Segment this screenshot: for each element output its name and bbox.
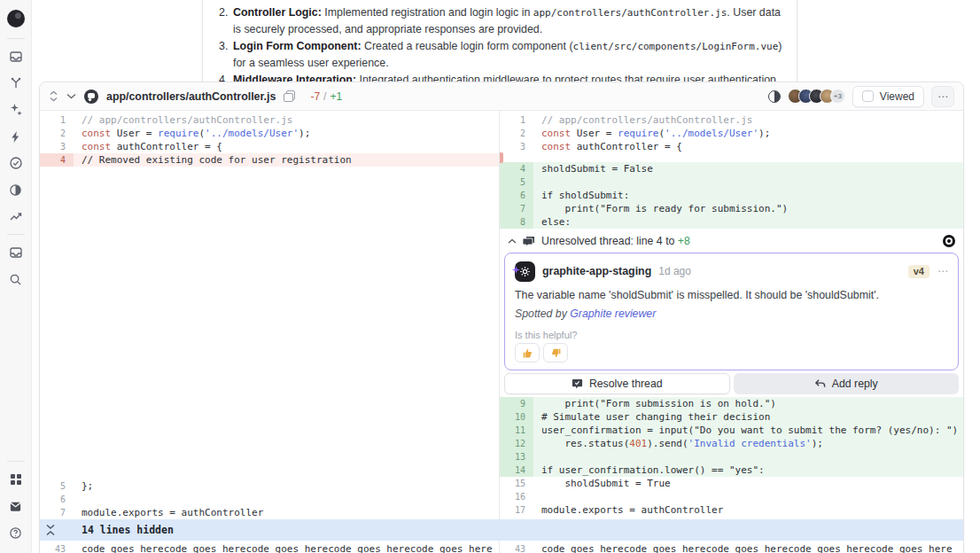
line-number[interactable]: 9 — [500, 397, 533, 410]
code-line[interactable]: 14if user_confirmation.lower() == "yes": — [500, 463, 963, 477]
code-text: sholdSubmit = True — [533, 477, 963, 490]
code-line[interactable]: 11user_confirmation = input("Do you want… — [500, 424, 963, 437]
reviewer-avatars[interactable]: +3 — [788, 89, 845, 104]
feedback-mail-icon[interactable] — [5, 495, 27, 517]
code-line[interactable]: 43code goes herecode goes herecode goes … — [500, 542, 963, 553]
file-more-button[interactable]: ⋯ — [931, 86, 954, 107]
code-line[interactable]: 43code goes herecode goes herecode goes … — [40, 542, 499, 553]
graphite-logo-icon[interactable] — [5, 10, 27, 31]
line-number[interactable]: 12 — [500, 437, 533, 450]
avatar-overflow-badge[interactable]: +3 — [830, 89, 845, 104]
code-text: code goes herecode goes herecode goes he… — [533, 542, 963, 553]
line-number[interactable]: 6 — [40, 493, 74, 506]
code-line[interactable]: 1// app/controllers/authController.js — [40, 113, 499, 127]
merge-queue-icon[interactable] — [5, 73, 27, 94]
diff-card: app/controllers/authController.js -7 / +… — [39, 82, 964, 553]
drag-handle-icon[interactable] — [49, 90, 58, 102]
comment-author[interactable]: graphite-app-staging — [542, 265, 651, 277]
line-number[interactable]: 4 — [40, 153, 74, 167]
code-line[interactable]: 9 print("Form submission is on hold.") — [500, 397, 963, 410]
insights-trend-icon[interactable] — [5, 206, 27, 227]
automations-bolt-icon[interactable] — [5, 126, 27, 147]
expand-down-icon[interactable] — [46, 524, 55, 530]
code-line[interactable]: 2const User = require('../models/User'); — [40, 127, 499, 140]
code-line[interactable]: 17module.exports = authController — [500, 503, 963, 517]
code-line[interactable]: 6 — [40, 493, 499, 506]
split-view-toggle-icon[interactable] — [768, 90, 781, 103]
line-number[interactable]: 3 — [40, 140, 74, 153]
code-line[interactable]: 1// app/controllers/authController.js — [500, 113, 963, 127]
line-number[interactable]: 7 — [40, 506, 74, 519]
thumbs-down-button[interactable] — [543, 343, 568, 362]
graphite-comment-icon[interactable] — [84, 90, 98, 104]
sidebar-divider — [7, 461, 25, 462]
graphite-reviewer-link[interactable]: Graphite reviewer — [570, 308, 656, 320]
line-number[interactable]: 2 — [500, 127, 533, 140]
line-number[interactable]: 6 — [500, 189, 533, 202]
comment-more-button[interactable]: ⋯ — [937, 265, 948, 277]
line-number[interactable]: 15 — [500, 477, 533, 490]
unresolved-status-icon[interactable] — [943, 235, 955, 247]
line-number[interactable]: 4 — [500, 162, 533, 175]
coverage-half-circle-icon[interactable] — [5, 179, 27, 200]
code-line[interactable]: 5}; — [40, 479, 499, 493]
expand-up-icon[interactable] — [46, 530, 55, 536]
code-line[interactable]: 2const User = require('../models/User'); — [500, 127, 963, 140]
ai-sparkles-icon[interactable] — [5, 99, 27, 121]
code-line[interactable]: 7 print("Form is ready for submission.") — [500, 202, 963, 215]
help-icon[interactable] — [5, 522, 27, 543]
line-number[interactable]: 10 — [500, 410, 533, 424]
inbox-secondary-icon[interactable] — [5, 242, 27, 263]
code-line[interactable]: 8else: — [500, 215, 963, 229]
apps-grid-icon[interactable] — [5, 469, 27, 490]
code-line[interactable]: 13 — [500, 450, 963, 463]
line-number[interactable]: 8 — [500, 215, 533, 229]
resolve-thread-button[interactable]: Resolve thread — [504, 373, 730, 394]
code-line[interactable]: 15 sholdSubmit = True — [500, 477, 963, 490]
version-badge[interactable]: v4 — [908, 265, 929, 278]
description-item: 2. Controller Logic: Implemented registr… — [219, 4, 782, 38]
code-line[interactable]: 12 res.status(401).send('Invalid credent… — [500, 437, 963, 450]
code-line[interactable]: 5 — [500, 175, 963, 189]
line-number[interactable]: 1 — [500, 113, 533, 127]
line-number[interactable]: 43 — [500, 542, 533, 553]
code-text: # Simulate user changing their decision — [533, 410, 963, 424]
line-number[interactable]: 17 — [500, 503, 533, 517]
thread-bubbles-icon — [523, 236, 535, 247]
viewed-toggle[interactable]: Viewed — [852, 86, 924, 107]
line-number[interactable]: 5 — [500, 175, 533, 189]
collapse-thread-chevron-icon[interactable] — [508, 238, 517, 244]
code-line[interactable]: 16 — [500, 490, 963, 503]
copy-path-icon[interactable] — [284, 90, 295, 102]
code-line[interactable]: 7module.exports = authController — [40, 506, 499, 519]
code-line[interactable]: 6if sholdSubmit: — [500, 189, 963, 202]
add-reply-button[interactable]: Add reply — [734, 373, 960, 394]
file-path[interactable]: app/controllers/authController.js — [106, 90, 276, 103]
line-number[interactable]: 2 — [40, 127, 74, 140]
viewed-checkbox[interactable] — [862, 90, 874, 102]
hidden-lines-band[interactable]: 14 lines hidden — [40, 519, 963, 541]
search-icon[interactable] — [5, 269, 27, 290]
thumbs-up-button[interactable] — [515, 343, 540, 362]
line-number[interactable]: 16 — [500, 490, 533, 503]
line-number[interactable]: 1 — [40, 113, 74, 127]
inbox-icon[interactable] — [5, 46, 27, 67]
code-line[interactable]: 4// Removed existing code for user regis… — [40, 153, 499, 167]
resolve-bubble-icon — [572, 378, 583, 390]
code-line[interactable]: 4sholdSubmit = False — [500, 162, 963, 175]
line-number[interactable]: 14 — [500, 463, 533, 477]
code-line[interactable]: 10# Simulate user changing their decisio… — [500, 410, 963, 424]
line-number[interactable]: 5 — [40, 479, 74, 493]
line-number[interactable]: 43 — [40, 542, 74, 553]
collapse-chevron-icon[interactable] — [66, 93, 76, 99]
code-line[interactable]: 3const authController = { — [500, 140, 963, 153]
checks-circle-icon[interactable] — [5, 152, 27, 174]
line-number[interactable]: 3 — [500, 140, 533, 153]
code-text: module.exports = authController — [74, 506, 499, 519]
list-number: 2. — [219, 4, 233, 38]
line-number[interactable]: 7 — [500, 202, 533, 215]
line-number[interactable]: 11 — [500, 424, 533, 437]
code-line[interactable]: 3const authController = { — [40, 140, 499, 153]
viewed-label: Viewed — [880, 90, 914, 103]
line-number[interactable]: 13 — [500, 450, 533, 463]
